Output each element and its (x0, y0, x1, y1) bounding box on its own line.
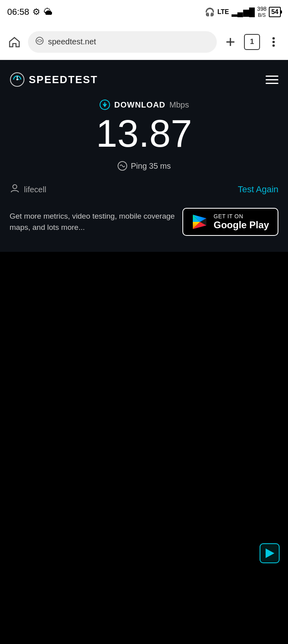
person-icon (10, 183, 20, 196)
bottom-corner-icon (259, 543, 280, 564)
promo-section: Get more metrics, video testing, mobile … (10, 208, 278, 236)
get-it-on-text: GET IT ON (214, 213, 269, 219)
new-tab-button[interactable] (222, 33, 239, 51)
download-label-text: DOWNLOAD (114, 100, 166, 110)
hamburger-line-1 (266, 76, 278, 77)
download-unit: Mbps (170, 100, 189, 110)
data-rate: 398B/S (257, 6, 266, 18)
google-play-store-name: Google Play (214, 219, 269, 231)
provider-info: lifecell (10, 183, 46, 196)
menu-button[interactable] (265, 33, 282, 51)
cloud-icon: 🌥 (44, 7, 52, 17)
svg-point-13 (13, 185, 17, 189)
battery-indicator: 54 (269, 7, 281, 17)
download-arrow-icon (99, 99, 110, 110)
black-area (0, 252, 288, 572)
url-bar[interactable]: speedtest.net (28, 31, 217, 53)
ping-text: Ping 35 ms (131, 161, 171, 171)
play-store-icon (190, 213, 209, 231)
url-settings-icon (35, 36, 44, 47)
speedtest-logo: SPEEDTEST (10, 72, 98, 87)
download-section: DOWNLOAD Mbps 13.87 Ping 35 ms (10, 99, 278, 171)
test-again-button[interactable]: Test Again (238, 184, 278, 195)
home-button[interactable] (6, 33, 23, 51)
url-text: speedtest.net (48, 37, 96, 46)
signal-icon: ▂▄▆█ (232, 7, 255, 17)
ping-section: Ping 35 ms (10, 161, 278, 171)
status-left: 06:58 ⚙ 🌥 (7, 7, 52, 17)
svg-point-4 (272, 41, 275, 43)
promo-text: Get more metrics, video testing, mobile … (10, 211, 176, 233)
settings-icon: ⚙ (32, 7, 40, 17)
google-play-button[interactable]: GET IT ON Google Play (182, 208, 278, 236)
download-label-row: DOWNLOAD Mbps (10, 99, 278, 110)
hamburger-menu[interactable] (266, 76, 278, 84)
svg-point-5 (272, 44, 275, 47)
headphone-icon: 🎧 (205, 7, 215, 17)
provider-name: lifecell (24, 185, 46, 194)
browser-bar: speedtest.net 1 (0, 24, 288, 60)
speedtest-logo-text: SPEEDTEST (29, 74, 98, 86)
ping-icon (117, 161, 128, 171)
speedtest-logo-icon (10, 72, 25, 87)
status-bar: 06:58 ⚙ 🌥 🎧 LTE ▂▄▆█ 398B/S 54 (0, 0, 288, 24)
svg-point-9 (16, 79, 18, 80)
speedtest-section: SPEEDTEST DOWNLOAD Mbps 13.87 (0, 60, 288, 252)
hamburger-line-3 (266, 83, 278, 84)
status-right: 🎧 LTE ▂▄▆█ 398B/S 54 (205, 6, 281, 18)
tab-count[interactable]: 1 (244, 34, 260, 50)
hamburger-line-2 (266, 79, 278, 80)
lte-label: LTE (217, 8, 229, 16)
download-speed: 13.87 (10, 114, 278, 153)
provider-row: lifecell Test Again (10, 183, 278, 196)
svg-point-3 (272, 37, 275, 40)
status-time: 06:58 (7, 7, 29, 17)
speedtest-header: SPEEDTEST (10, 72, 278, 87)
google-play-text: GET IT ON Google Play (214, 213, 269, 231)
